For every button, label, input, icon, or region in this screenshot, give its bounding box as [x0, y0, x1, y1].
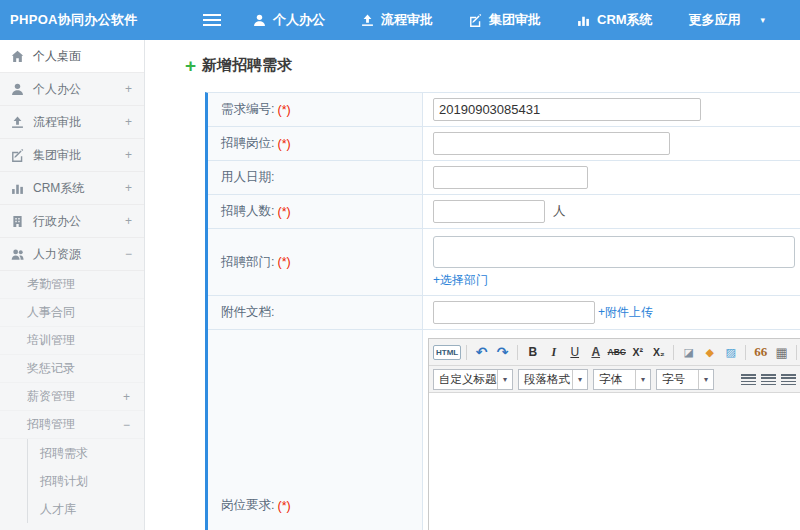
headcount-input[interactable]: [433, 200, 545, 223]
chart-icon: [577, 14, 590, 27]
font-family-select[interactable]: 字体: [593, 369, 651, 390]
bold-icon[interactable]: B: [523, 343, 542, 362]
attachment-upload-link[interactable]: +附件上传: [598, 304, 653, 321]
sidebar-subitem-recruitment[interactable]: 招聘管理 −: [0, 411, 144, 439]
collapse-toggle[interactable]: −: [123, 418, 130, 432]
upload-icon: [361, 14, 374, 27]
top-bar: PHPOA协同办公软件 个人办公 流程审批 集团审批 CRM系统 更多应用 ▾: [0, 0, 800, 40]
sidebar-item-workflow[interactable]: 流程审批 +: [0, 106, 144, 139]
superscript-icon[interactable]: X²: [628, 343, 647, 362]
sidebar-subitem-salary[interactable]: 薪资管理 +: [0, 383, 144, 411]
form-row: 招聘部门: (*) +选择部门: [208, 229, 800, 296]
sidebar-item-label: 流程审批: [33, 114, 81, 131]
italic-icon[interactable]: I: [544, 343, 563, 362]
expand-toggle[interactable]: +: [125, 82, 132, 96]
font-underline-icon[interactable]: A: [586, 343, 605, 362]
collapse-toggle[interactable]: −: [125, 247, 132, 261]
sidebar-subitem-rewards[interactable]: 奖惩记录: [0, 355, 144, 383]
underline-icon[interactable]: U: [565, 343, 584, 362]
page-title: + 新增招聘需求: [185, 52, 800, 78]
department-textarea[interactable]: [433, 236, 795, 268]
required-marker: (*): [277, 103, 290, 117]
align-right-icon[interactable]: [781, 374, 796, 385]
sidebar-subitem-label: 招聘需求: [40, 445, 88, 462]
person-icon: [253, 14, 266, 27]
redo-icon[interactable]: ↷: [493, 343, 512, 362]
nav-label: 个人办公: [273, 11, 325, 29]
toolbar-separator: [673, 345, 674, 360]
hire-date-input[interactable]: [433, 166, 588, 189]
required-marker: (*): [277, 255, 290, 269]
label-text: 招聘人数:: [221, 203, 274, 220]
eraser-icon[interactable]: ◪: [679, 343, 698, 362]
new-recruitment-form: 需求编号: (*) 招聘岗位: (*): [205, 92, 800, 530]
edit-icon: [469, 14, 482, 27]
sidebar-subitem-recruit-demand[interactable]: 招聘需求: [28, 439, 144, 467]
sidebar-subitem-recruit-plan[interactable]: 招聘计划: [28, 467, 144, 495]
nav-crm-system[interactable]: CRM系统: [577, 11, 653, 29]
align-left-icon[interactable]: [741, 374, 756, 385]
sidebar-item-crm[interactable]: CRM系统 +: [0, 172, 144, 205]
select-department-link[interactable]: +选择部门: [433, 272, 488, 289]
nav-more-apps[interactable]: 更多应用 ▾: [689, 11, 766, 29]
expand-toggle[interactable]: +: [125, 148, 132, 162]
html-source-button[interactable]: HTML: [433, 345, 461, 360]
field-label: 招聘人数: (*): [208, 195, 423, 228]
nav-personal-office[interactable]: 个人办公: [253, 11, 325, 29]
position-input[interactable]: [433, 132, 670, 155]
form-row: 附件文档: +附件上传: [208, 296, 800, 330]
nav-group-approval[interactable]: 集团审批: [469, 11, 541, 29]
rich-text-editor: HTML ↶ ↷ B I U A ABC X²: [428, 338, 800, 530]
people-icon: [11, 248, 24, 261]
align-center-icon[interactable]: [761, 374, 776, 385]
expand-toggle[interactable]: +: [125, 115, 132, 129]
expand-toggle[interactable]: +: [125, 214, 132, 228]
sidebar-item-admin-office[interactable]: 行政办公 +: [0, 205, 144, 238]
demand-number-input[interactable]: [433, 98, 701, 121]
sidebar-item-desktop[interactable]: 个人桌面: [0, 40, 144, 73]
expand-toggle[interactable]: +: [123, 390, 130, 404]
form-row: 招聘人数: (*) 人: [208, 195, 800, 229]
sidebar-subitem-attendance[interactable]: 考勤管理: [0, 271, 144, 299]
top-navigation: 个人办公 流程审批 集团审批 CRM系统 更多应用 ▾: [253, 11, 765, 29]
sidebar-item-label: 个人桌面: [33, 48, 81, 65]
alignment-group: [741, 374, 800, 385]
expand-toggle[interactable]: +: [125, 181, 132, 195]
sidebar-subitem-training[interactable]: 培训管理: [0, 327, 144, 355]
sidebar-item-personal-office[interactable]: 个人办公 +: [0, 73, 144, 106]
sidebar-subitem-label: 考勤管理: [27, 276, 75, 293]
blockquote-icon[interactable]: 66: [751, 343, 770, 362]
label-text: 招聘部门:: [221, 254, 274, 271]
sidebar-subitem-hr-contract[interactable]: 人事合同: [0, 299, 144, 327]
attachment-input[interactable]: [433, 301, 595, 324]
fill-color-icon[interactable]: ▨: [721, 343, 740, 362]
custom-heading-select[interactable]: 自定义标题: [433, 369, 513, 390]
label-text: 需求编号:: [221, 101, 274, 118]
sidebar-subitem-label: 薪资管理: [27, 388, 75, 405]
undo-icon[interactable]: ↶: [472, 343, 491, 362]
font-size-select[interactable]: 字号: [656, 369, 714, 390]
unit-suffix: 人: [553, 203, 566, 220]
sidebar-subitem-label: 招聘管理: [27, 416, 75, 433]
select-value: 自定义标题: [434, 370, 497, 389]
plus-icon: +: [185, 56, 196, 75]
app-window: PHPOA协同办公软件 个人办公 流程审批 集团审批 CRM系统 更多应用 ▾: [0, 0, 800, 530]
select-value: 字号: [657, 370, 698, 389]
subscript-icon[interactable]: X₂: [649, 343, 668, 362]
menu-icon[interactable]: [201, 9, 223, 31]
requirements-editor-content[interactable]: [429, 393, 800, 530]
form-row: 招聘岗位: (*): [208, 127, 800, 161]
table-icon[interactable]: ▦: [772, 343, 791, 362]
nav-workflow-approval[interactable]: 流程审批: [361, 11, 433, 29]
sidebar-item-group-approval[interactable]: 集团审批 +: [0, 139, 144, 172]
strikethrough-icon[interactable]: ABC: [607, 343, 626, 362]
sidebar-item-label: 集团审批: [33, 147, 81, 164]
sidebar: 个人桌面 个人办公 + 流程审批 + 集团审批 + CRM系统 +: [0, 40, 145, 530]
sidebar-item-hr[interactable]: 人力资源 −: [0, 238, 144, 271]
sidebar-subitem-label: 人才库: [40, 501, 76, 518]
format-brush-icon[interactable]: ◆: [700, 343, 719, 362]
label-text: 招聘岗位:: [221, 135, 274, 152]
sidebar-subitem-talent-pool[interactable]: 人才库: [28, 495, 144, 523]
paragraph-format-select[interactable]: 段落格式: [518, 369, 588, 390]
select-value: 字体: [594, 370, 635, 389]
